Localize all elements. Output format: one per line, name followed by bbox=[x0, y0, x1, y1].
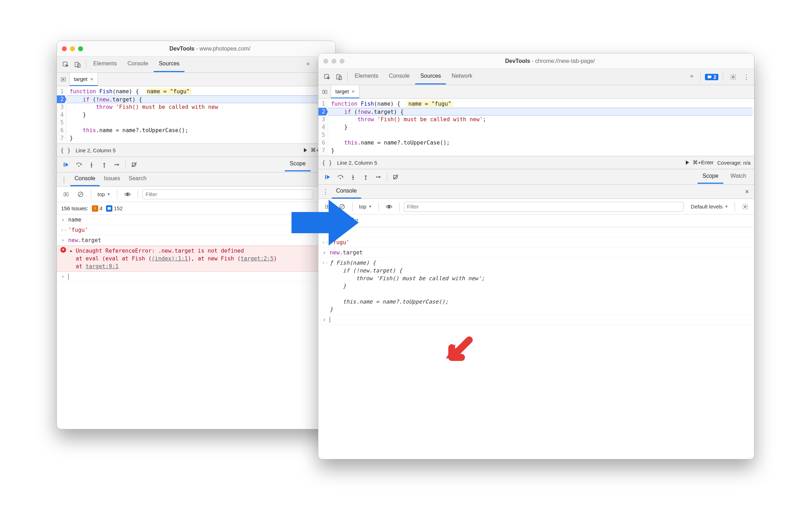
step-out-icon[interactable] bbox=[359, 171, 372, 183]
inspect-icon[interactable] bbox=[60, 59, 72, 71]
line-gutter[interactable]: 1234567 bbox=[318, 99, 328, 156]
sidebar-toggle-icon[interactable] bbox=[60, 192, 72, 197]
svg-rect-25 bbox=[337, 75, 340, 79]
window-title: DevTools - www.photopea.com/ bbox=[89, 46, 330, 52]
code-area[interactable]: function Fish(name) { name = "fugu" if (… bbox=[328, 99, 754, 156]
tab-sources[interactable]: Sources bbox=[415, 69, 446, 84]
live-expression-icon[interactable] bbox=[383, 201, 395, 213]
tab-sources[interactable]: Sources bbox=[154, 57, 184, 72]
pretty-print-icon[interactable]: { } bbox=[60, 147, 71, 154]
svg-marker-15 bbox=[118, 163, 119, 166]
deactivate-breakpoints-icon[interactable] bbox=[128, 158, 141, 171]
console-row: ✖▸Uncaught ReferenceError: .new.target i… bbox=[57, 246, 335, 272]
close-dot[interactable] bbox=[323, 59, 328, 64]
deactivate-breakpoints-icon[interactable] bbox=[389, 171, 402, 183]
tab-elements[interactable]: Elements bbox=[88, 57, 122, 72]
debugger-toolbar: ScopeWat bbox=[57, 157, 335, 172]
svg-point-35 bbox=[352, 179, 353, 180]
file-tab-label: target bbox=[335, 88, 349, 94]
run-icon[interactable] bbox=[304, 148, 307, 152]
svg-point-38 bbox=[376, 176, 377, 177]
svg-point-27 bbox=[732, 76, 734, 78]
step-into-icon[interactable] bbox=[85, 158, 98, 171]
tab-console[interactable]: Console bbox=[123, 57, 153, 72]
tab-elements[interactable]: Elements bbox=[350, 69, 383, 84]
drawer-tab-console[interactable]: Console bbox=[70, 173, 100, 186]
drawer-tabs: ⋮ ConsoleIssuesSearch bbox=[57, 172, 335, 187]
console-row: › bbox=[318, 315, 754, 325]
step-over-icon[interactable] bbox=[334, 171, 347, 183]
step-into-icon[interactable] bbox=[347, 171, 359, 183]
svg-line-20 bbox=[79, 193, 82, 195]
line-gutter[interactable]: 1234567 bbox=[57, 86, 67, 143]
tab-network[interactable]: Network bbox=[447, 69, 477, 84]
step-out-icon[interactable] bbox=[98, 158, 111, 171]
settings-icon[interactable] bbox=[727, 71, 739, 83]
titlebar[interactable]: DevTools - chrome://new-tab-page/ bbox=[318, 53, 754, 69]
info-badge[interactable]: 2 bbox=[705, 74, 718, 80]
levels-selector[interactable]: Default levels bbox=[689, 203, 730, 210]
filter-input[interactable] bbox=[142, 189, 313, 199]
filter-input[interactable] bbox=[404, 202, 684, 212]
panel-tabs: ElementsConsoleSourcesNetwork » 2 ⋮ bbox=[318, 69, 754, 85]
drawer-close-icon[interactable]: × bbox=[742, 188, 752, 196]
live-expression-icon[interactable] bbox=[122, 188, 134, 200]
info-issues[interactable]: 152 bbox=[106, 205, 123, 212]
step-over-icon[interactable] bbox=[72, 158, 85, 171]
device-toggle-icon[interactable] bbox=[72, 59, 84, 71]
clear-console-icon[interactable] bbox=[75, 188, 87, 200]
run-icon[interactable] bbox=[686, 160, 689, 165]
more-tabs[interactable]: » bbox=[301, 57, 314, 72]
tab-console[interactable]: Console bbox=[384, 69, 415, 84]
svg-point-33 bbox=[340, 178, 341, 179]
svg-rect-6 bbox=[64, 163, 65, 167]
drawer-tabs: ⋮ Console × bbox=[318, 185, 754, 199]
drawer-tab-issues[interactable]: Issues bbox=[100, 173, 124, 186]
svg-marker-36 bbox=[365, 175, 367, 176]
scope-tab-scope[interactable]: Scope bbox=[698, 170, 723, 184]
drawer-more-icon[interactable]: ⋮ bbox=[59, 176, 69, 183]
resume-icon[interactable] bbox=[321, 171, 334, 183]
step-icon[interactable] bbox=[372, 171, 385, 183]
minimize-dot[interactable] bbox=[70, 46, 75, 51]
zoom-dot[interactable] bbox=[340, 59, 345, 64]
close-dot[interactable] bbox=[62, 46, 67, 51]
svg-point-45 bbox=[388, 206, 390, 207]
svg-point-21 bbox=[126, 193, 128, 195]
inspect-icon[interactable] bbox=[321, 71, 333, 83]
source-editor[interactable]: 1234567 function Fish(name) { name = "fu… bbox=[57, 86, 335, 143]
zoom-dot[interactable] bbox=[78, 46, 83, 51]
navigator-toggle-icon[interactable] bbox=[318, 85, 331, 98]
console-settings-icon[interactable] bbox=[739, 201, 751, 213]
device-toggle-icon[interactable] bbox=[333, 71, 345, 83]
console-output[interactable]: ›name‹·'fugu'›new.target‹·ƒ Fish(name) {… bbox=[318, 227, 754, 459]
file-tab[interactable]: target × bbox=[331, 85, 359, 98]
step-icon[interactable] bbox=[111, 158, 123, 171]
file-tab[interactable]: target × bbox=[70, 73, 98, 86]
titlebar[interactable]: DevTools - www.photopea.com/ bbox=[57, 41, 335, 57]
svg-point-32 bbox=[342, 176, 343, 177]
minimize-dot[interactable] bbox=[331, 59, 336, 64]
code-area[interactable]: function Fish(name) { name = "fugu" if (… bbox=[67, 86, 335, 143]
more-tabs[interactable]: » bbox=[685, 69, 698, 84]
pretty-print-icon[interactable]: { } bbox=[322, 159, 332, 166]
scope-tab-scope[interactable]: Scope bbox=[285, 158, 311, 171]
context-selector[interactable]: top bbox=[95, 190, 113, 198]
source-editor[interactable]: 1234567 function Fish(name) { name = "fu… bbox=[318, 99, 754, 156]
console-row: ›new.target bbox=[318, 248, 754, 258]
drawer-more-icon[interactable]: ⋮ bbox=[320, 188, 330, 196]
scope-tab-watch[interactable]: Watch bbox=[725, 170, 751, 184]
svg-point-37 bbox=[365, 179, 366, 180]
cursor-position: Line 2, Column 5 bbox=[337, 160, 377, 166]
issues-row[interactable]: 2 Issues: 2 bbox=[318, 214, 754, 227]
resume-icon[interactable] bbox=[60, 158, 72, 171]
editor-status: { } Line 2, Column 5 ⌘+Enter bbox=[57, 143, 335, 157]
close-tab-icon[interactable]: × bbox=[90, 76, 93, 82]
close-tab-icon[interactable]: × bbox=[352, 88, 355, 94]
drawer-tab-search[interactable]: Search bbox=[124, 173, 151, 186]
console-toolbar: top Default levels bbox=[318, 199, 754, 214]
kebab-menu-icon[interactable]: ⋮ bbox=[741, 73, 751, 81]
navigator-toggle-icon[interactable] bbox=[57, 73, 70, 86]
warn-issues[interactable]: 4 bbox=[92, 205, 102, 212]
drawer-tab-console[interactable]: Console bbox=[332, 185, 361, 199]
